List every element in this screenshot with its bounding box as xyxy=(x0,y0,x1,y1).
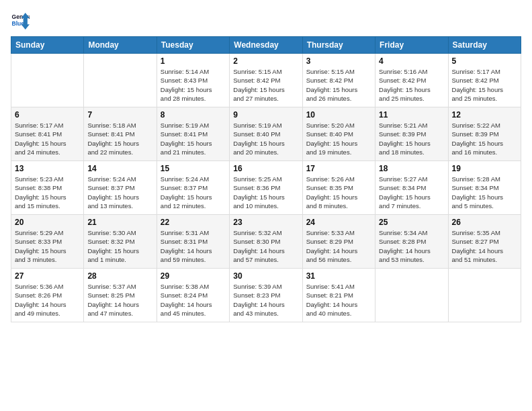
day-number: 13 xyxy=(15,164,80,173)
weekday-header-tuesday: Tuesday xyxy=(157,37,229,54)
calendar-cell: 2Sunrise: 5:15 AM Sunset: 8:42 PM Daylig… xyxy=(230,54,302,107)
day-number: 5 xyxy=(452,56,517,66)
calendar-cell: 30Sunrise: 5:39 AM Sunset: 8:23 PM Dayli… xyxy=(230,269,302,322)
day-info: Sunrise: 5:16 AM Sunset: 8:42 PM Dayligh… xyxy=(379,67,444,103)
day-number: 19 xyxy=(452,164,517,173)
calendar-cell xyxy=(84,54,157,107)
day-number: 22 xyxy=(161,218,226,227)
day-info: Sunrise: 5:25 AM Sunset: 8:36 PM Dayligh… xyxy=(233,175,298,210)
day-number: 6 xyxy=(15,110,80,120)
day-info: Sunrise: 5:35 AM Sunset: 8:27 PM Dayligh… xyxy=(452,228,517,264)
day-info: Sunrise: 5:26 AM Sunset: 8:35 PM Dayligh… xyxy=(306,175,371,210)
day-info: Sunrise: 5:19 AM Sunset: 8:40 PM Dayligh… xyxy=(233,121,298,156)
calendar-cell: 9Sunrise: 5:19 AM Sunset: 8:40 PM Daylig… xyxy=(230,107,302,161)
day-number: 8 xyxy=(161,110,226,120)
calendar-cell: 25Sunrise: 5:34 AM Sunset: 8:28 PM Dayli… xyxy=(375,215,448,269)
day-number: 2 xyxy=(233,56,298,66)
logo-icon: General Blue xyxy=(11,11,30,30)
calendar-cell: 29Sunrise: 5:38 AM Sunset: 8:24 PM Dayli… xyxy=(157,269,229,322)
weekday-header-thursday: Thursday xyxy=(302,37,375,54)
week-row-2: 6Sunrise: 5:17 AM Sunset: 8:41 PM Daylig… xyxy=(11,107,521,161)
day-number: 30 xyxy=(233,271,298,281)
calendar-cell: 6Sunrise: 5:17 AM Sunset: 8:41 PM Daylig… xyxy=(11,107,84,161)
day-number: 18 xyxy=(379,164,444,173)
day-info: Sunrise: 5:23 AM Sunset: 8:38 PM Dayligh… xyxy=(15,175,80,210)
day-number: 3 xyxy=(306,56,371,66)
calendar-cell: 10Sunrise: 5:20 AM Sunset: 8:40 PM Dayli… xyxy=(302,107,375,161)
day-info: Sunrise: 5:37 AM Sunset: 8:25 PM Dayligh… xyxy=(87,282,152,318)
week-row-4: 20Sunrise: 5:29 AM Sunset: 8:33 PM Dayli… xyxy=(11,215,521,269)
day-number: 16 xyxy=(233,164,298,173)
calendar-cell: 17Sunrise: 5:26 AM Sunset: 8:35 PM Dayli… xyxy=(302,161,375,215)
day-info: Sunrise: 5:32 AM Sunset: 8:30 PM Dayligh… xyxy=(233,228,298,264)
day-info: Sunrise: 5:41 AM Sunset: 8:21 PM Dayligh… xyxy=(306,282,371,318)
day-number: 28 xyxy=(87,271,152,281)
calendar-cell: 8Sunrise: 5:19 AM Sunset: 8:41 PM Daylig… xyxy=(157,107,229,161)
day-info: Sunrise: 5:33 AM Sunset: 8:29 PM Dayligh… xyxy=(306,228,371,264)
day-info: Sunrise: 5:30 AM Sunset: 8:32 PM Dayligh… xyxy=(87,228,152,264)
day-info: Sunrise: 5:21 AM Sunset: 8:39 PM Dayligh… xyxy=(379,121,444,156)
weekday-header-sunday: Sunday xyxy=(11,37,84,54)
calendar-cell: 26Sunrise: 5:35 AM Sunset: 8:27 PM Dayli… xyxy=(448,215,521,269)
calendar-cell: 14Sunrise: 5:24 AM Sunset: 8:37 PM Dayli… xyxy=(84,161,157,215)
day-number: 7 xyxy=(87,110,152,120)
day-number: 31 xyxy=(306,271,371,281)
day-info: Sunrise: 5:15 AM Sunset: 8:42 PM Dayligh… xyxy=(306,67,371,103)
day-info: Sunrise: 5:39 AM Sunset: 8:23 PM Dayligh… xyxy=(233,282,298,318)
day-number: 17 xyxy=(306,164,371,173)
day-number: 1 xyxy=(161,56,226,66)
calendar-cell: 20Sunrise: 5:29 AM Sunset: 8:33 PM Dayli… xyxy=(11,215,84,269)
day-info: Sunrise: 5:20 AM Sunset: 8:40 PM Dayligh… xyxy=(306,121,371,156)
calendar-cell xyxy=(448,269,521,322)
logo: General Blue xyxy=(11,11,30,30)
weekday-header-row: SundayMondayTuesdayWednesdayThursdayFrid… xyxy=(11,37,521,54)
calendar-cell: 1Sunrise: 5:14 AM Sunset: 8:43 PM Daylig… xyxy=(157,54,229,107)
day-number: 20 xyxy=(15,218,80,227)
day-number: 9 xyxy=(233,110,298,120)
day-info: Sunrise: 5:17 AM Sunset: 8:42 PM Dayligh… xyxy=(452,67,517,103)
day-number: 25 xyxy=(379,218,444,227)
calendar-cell: 31Sunrise: 5:41 AM Sunset: 8:21 PM Dayli… xyxy=(302,269,375,322)
calendar-cell: 16Sunrise: 5:25 AM Sunset: 8:36 PM Dayli… xyxy=(230,161,302,215)
day-info: Sunrise: 5:18 AM Sunset: 8:41 PM Dayligh… xyxy=(87,121,152,156)
calendar-cell xyxy=(11,54,84,107)
calendar-cell: 19Sunrise: 5:28 AM Sunset: 8:34 PM Dayli… xyxy=(448,161,521,215)
header: General Blue xyxy=(11,11,521,30)
day-number: 15 xyxy=(161,164,226,173)
day-info: Sunrise: 5:27 AM Sunset: 8:34 PM Dayligh… xyxy=(379,175,444,210)
day-number: 29 xyxy=(161,271,226,281)
calendar-cell: 28Sunrise: 5:37 AM Sunset: 8:25 PM Dayli… xyxy=(84,269,157,322)
day-info: Sunrise: 5:36 AM Sunset: 8:26 PM Dayligh… xyxy=(15,282,80,318)
weekday-header-saturday: Saturday xyxy=(448,37,521,54)
day-info: Sunrise: 5:14 AM Sunset: 8:43 PM Dayligh… xyxy=(161,67,226,103)
week-row-1: 1Sunrise: 5:14 AM Sunset: 8:43 PM Daylig… xyxy=(11,54,521,107)
calendar-cell: 3Sunrise: 5:15 AM Sunset: 8:42 PM Daylig… xyxy=(302,54,375,107)
calendar-cell: 13Sunrise: 5:23 AM Sunset: 8:38 PM Dayli… xyxy=(11,161,84,215)
calendar-cell: 27Sunrise: 5:36 AM Sunset: 8:26 PM Dayli… xyxy=(11,269,84,322)
weekday-header-friday: Friday xyxy=(375,37,448,54)
day-number: 23 xyxy=(233,218,298,227)
day-info: Sunrise: 5:34 AM Sunset: 8:28 PM Dayligh… xyxy=(379,228,444,264)
calendar-cell: 12Sunrise: 5:22 AM Sunset: 8:39 PM Dayli… xyxy=(448,107,521,161)
calendar-cell: 22Sunrise: 5:31 AM Sunset: 8:31 PM Dayli… xyxy=(157,215,229,269)
day-info: Sunrise: 5:15 AM Sunset: 8:42 PM Dayligh… xyxy=(233,67,298,103)
day-info: Sunrise: 5:24 AM Sunset: 8:37 PM Dayligh… xyxy=(161,175,226,210)
week-row-3: 13Sunrise: 5:23 AM Sunset: 8:38 PM Dayli… xyxy=(11,161,521,215)
calendar-cell xyxy=(375,269,448,322)
day-info: Sunrise: 5:24 AM Sunset: 8:37 PM Dayligh… xyxy=(87,175,152,210)
day-number: 26 xyxy=(452,218,517,227)
day-info: Sunrise: 5:19 AM Sunset: 8:41 PM Dayligh… xyxy=(161,121,226,156)
day-info: Sunrise: 5:31 AM Sunset: 8:31 PM Dayligh… xyxy=(161,228,226,264)
day-number: 10 xyxy=(306,110,371,120)
day-info: Sunrise: 5:29 AM Sunset: 8:33 PM Dayligh… xyxy=(15,228,80,264)
calendar-cell: 7Sunrise: 5:18 AM Sunset: 8:41 PM Daylig… xyxy=(84,107,157,161)
day-number: 12 xyxy=(452,110,517,120)
calendar-cell: 11Sunrise: 5:21 AM Sunset: 8:39 PM Dayli… xyxy=(375,107,448,161)
day-number: 21 xyxy=(87,218,152,227)
calendar-cell: 21Sunrise: 5:30 AM Sunset: 8:32 PM Dayli… xyxy=(84,215,157,269)
day-number: 14 xyxy=(87,164,152,173)
day-info: Sunrise: 5:17 AM Sunset: 8:41 PM Dayligh… xyxy=(15,121,80,156)
calendar-cell: 24Sunrise: 5:33 AM Sunset: 8:29 PM Dayli… xyxy=(302,215,375,269)
day-info: Sunrise: 5:28 AM Sunset: 8:34 PM Dayligh… xyxy=(452,175,517,210)
calendar-cell: 18Sunrise: 5:27 AM Sunset: 8:34 PM Dayli… xyxy=(375,161,448,215)
